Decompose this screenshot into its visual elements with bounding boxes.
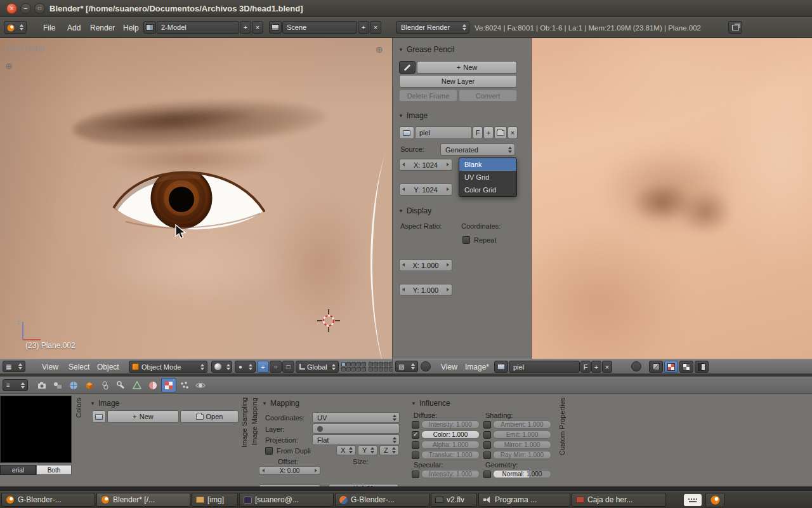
tab-scene[interactable] bbox=[50, 378, 65, 392]
scene-icon-button[interactable] bbox=[269, 21, 282, 34]
taskbar-item[interactable]: Caja de her... bbox=[572, 493, 666, 507]
shading-mirror-checkbox[interactable] bbox=[483, 441, 491, 449]
convert-button[interactable]: Convert bbox=[459, 90, 517, 102]
open-image-button[interactable] bbox=[494, 126, 507, 139]
taskbar-item-active[interactable]: Blender* [/... bbox=[96, 493, 190, 507]
keyboard-indicator-button[interactable] bbox=[684, 494, 702, 506]
image-icon-button-props[interactable] bbox=[92, 410, 106, 423]
delete-scene-button[interactable]: × bbox=[370, 21, 381, 34]
shading-emit-checkbox[interactable] bbox=[483, 431, 491, 439]
image-datablock-icon-button[interactable] bbox=[494, 361, 508, 373]
diffuse-color-slider[interactable]: Color: 1.000 bbox=[421, 431, 480, 439]
new-image-button-props[interactable]: +New bbox=[107, 410, 179, 423]
menu-add[interactable]: Add bbox=[67, 23, 81, 32]
window-titlebar[interactable]: × − □ Blender* [/home/suanero/Documentos… bbox=[0, 0, 812, 17]
menu-view-uv[interactable]: View bbox=[441, 363, 457, 371]
menu-help[interactable]: Help bbox=[123, 23, 139, 32]
menu-image[interactable]: Image* bbox=[465, 363, 489, 371]
image-panel-header[interactable]: ▼Image bbox=[398, 111, 428, 120]
manipulator-translate-button[interactable]: + bbox=[257, 361, 269, 373]
diffuse-intensity-checkbox[interactable] bbox=[412, 421, 419, 429]
tab-object[interactable] bbox=[82, 378, 97, 392]
mapping-panel-header[interactable]: ▼Mapping bbox=[262, 399, 299, 408]
screen-layout-field[interactable]: 2-Model bbox=[157, 21, 239, 34]
window-maximize-button[interactable]: □ bbox=[34, 3, 45, 14]
menu-item-blank[interactable]: Blank bbox=[459, 158, 516, 171]
menu-object[interactable]: Object bbox=[97, 363, 119, 371]
image-name-field-uv[interactable]: piel bbox=[509, 361, 580, 373]
layers-group-2[interactable] bbox=[369, 362, 393, 371]
blender-tray-button[interactable] bbox=[705, 493, 724, 507]
layers-widget[interactable] bbox=[341, 362, 393, 371]
shading-raymirror-checkbox[interactable] bbox=[483, 451, 491, 459]
taskbar-item[interactable]: v2.flv bbox=[431, 493, 477, 507]
delete-layout-button[interactable]: × bbox=[252, 21, 263, 34]
tab-render[interactable] bbox=[34, 378, 49, 392]
fake-user-button-uv[interactable]: F bbox=[580, 361, 591, 373]
scopes-button[interactable] bbox=[695, 361, 709, 373]
diffuse-translucency-slider[interactable]: Transluc: 1.000 bbox=[421, 451, 480, 459]
tab-modifiers[interactable] bbox=[114, 378, 129, 392]
add-layout-button[interactable]: + bbox=[240, 21, 251, 34]
from-dupli-checkbox[interactable] bbox=[265, 447, 273, 455]
layers-group-1[interactable] bbox=[341, 362, 366, 371]
image-panel-header-props[interactable]: ▼Image bbox=[90, 399, 119, 408]
window-duplicate-button[interactable] bbox=[728, 21, 742, 34]
fake-user-button[interactable]: F bbox=[473, 126, 483, 139]
specular-intensity-checkbox[interactable] bbox=[412, 471, 419, 478]
mask-mode-button[interactable] bbox=[679, 361, 693, 373]
aspect-y-stepper[interactable]: Y: 1.000 bbox=[399, 284, 452, 296]
taskbar-item[interactable]: Programa ... bbox=[478, 493, 570, 507]
preview-material-toggle[interactable]: erial bbox=[0, 465, 36, 475]
mode-dropdown[interactable]: Object Mode bbox=[129, 361, 207, 373]
taskbar-item[interactable]: [img] bbox=[192, 493, 238, 507]
geometry-normal-slider[interactable]: Normal: 1.000 bbox=[493, 470, 551, 478]
tab-constraints[interactable] bbox=[98, 378, 113, 392]
uv-image-editor[interactable] bbox=[531, 38, 812, 359]
grease-pencil-new-button[interactable]: +New bbox=[417, 61, 517, 74]
new-layer-button[interactable]: New Layer bbox=[399, 75, 517, 88]
new-image-button-uv[interactable]: + bbox=[591, 361, 601, 373]
diffuse-intensity-slider[interactable]: Intensity: 1.000 bbox=[421, 420, 480, 429]
tab-object-data[interactable] bbox=[129, 378, 145, 392]
image-name-field[interactable]: piel bbox=[415, 126, 472, 139]
menu-select[interactable]: Select bbox=[69, 363, 89, 371]
axis-z-dropdown[interactable]: Z bbox=[379, 445, 399, 455]
tab-world[interactable] bbox=[66, 378, 81, 392]
taskbar-item[interactable]: [suanero@... bbox=[239, 493, 334, 507]
plus-circle-icon[interactable]: ⊕ bbox=[5, 61, 13, 71]
manipulator-scale-button[interactable]: □ bbox=[282, 361, 294, 373]
coordinates-dropdown[interactable]: UV bbox=[312, 412, 400, 423]
unlink-image-button[interactable]: × bbox=[508, 126, 518, 139]
taskbar-item[interactable]: G-Blender-... bbox=[335, 493, 429, 507]
image-mapping-panel-tab[interactable]: Image Mapping bbox=[251, 398, 258, 483]
render-engine-dropdown[interactable]: Blender Render bbox=[396, 21, 469, 34]
editor-type-button-3dview[interactable]: ▦ bbox=[3, 361, 25, 372]
grease-pencil-panel-header[interactable]: ▼Grease Pencil bbox=[398, 45, 454, 54]
generated-width-stepper[interactable]: X: 1024 bbox=[399, 159, 452, 171]
geometry-normal-checkbox[interactable] bbox=[483, 471, 491, 478]
specular-intensity-slider[interactable]: Intensity: 1.000 bbox=[421, 470, 480, 478]
display-panel-header[interactable]: ▼Display bbox=[398, 206, 431, 215]
preview-both-toggle[interactable]: Both bbox=[36, 465, 72, 475]
diffuse-color-checkbox[interactable]: ✓ bbox=[412, 431, 419, 439]
repeat-checkbox[interactable] bbox=[462, 236, 470, 244]
shading-ambient-checkbox[interactable] bbox=[483, 421, 491, 429]
delete-frame-button[interactable]: Delete Frame bbox=[399, 90, 457, 102]
pin-button[interactable] bbox=[421, 361, 431, 371]
menu-render[interactable]: Render bbox=[90, 23, 115, 32]
transform-orientation-dropdown[interactable]: Global bbox=[296, 361, 339, 373]
layer-field[interactable] bbox=[312, 424, 400, 434]
shading-emit-slider[interactable]: Emit: 1.000 bbox=[493, 431, 551, 439]
tab-particles[interactable] bbox=[177, 378, 192, 392]
viewport-shading-dropdown[interactable] bbox=[211, 361, 232, 373]
shading-mirror-slider[interactable]: Mirror: 1.000 bbox=[493, 441, 551, 449]
window-close-button[interactable]: × bbox=[6, 3, 17, 14]
new-image-button[interactable]: + bbox=[483, 126, 494, 139]
draw-tool-button[interactable] bbox=[649, 361, 663, 373]
scene-field[interactable]: Scene bbox=[282, 21, 357, 34]
shading-raymirror-slider[interactable]: Ray Mirr: 1.000 bbox=[493, 451, 551, 459]
grease-pencil-draw-button[interactable] bbox=[399, 61, 416, 74]
colors-panel-tab[interactable]: Colors bbox=[75, 398, 82, 481]
projection-dropdown[interactable]: Flat bbox=[312, 434, 400, 445]
